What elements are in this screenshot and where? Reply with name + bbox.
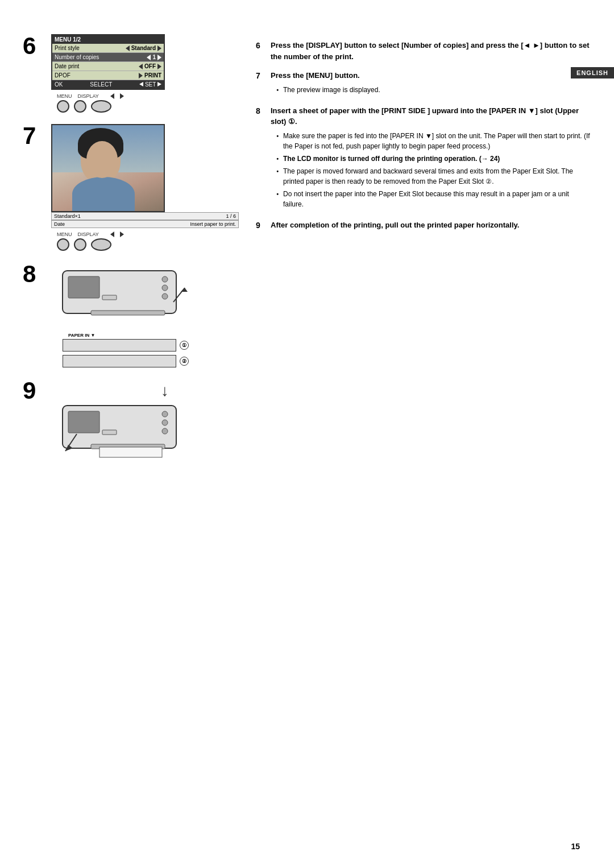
- lcd-label-dpof: DPOF: [55, 72, 70, 78]
- preview-buttons-row: MENU DISPLAY: [57, 232, 239, 237]
- paper-slot-2: [63, 355, 176, 367]
- lcd-title: MENU 1/2: [52, 35, 164, 44]
- slot1-number: ①: [180, 341, 189, 350]
- display-label: DISPLAY: [78, 93, 99, 99]
- right-column: 6 Press the [DISPLAY] button to select […: [256, 34, 591, 485]
- tri-right-icon: [157, 46, 161, 51]
- tri-right-copies-icon: [157, 55, 161, 60]
- step8-bullet4: Do not insert the paper into the Paper E…: [276, 189, 591, 209]
- preview-standard-label: Standard×1: [54, 213, 81, 219]
- step6-inline-number: 6: [256, 40, 266, 62]
- step6-text: Press the [DISPLAY] button to select [Nu…: [271, 41, 589, 61]
- lcd-value-dateprint: OFF: [139, 63, 161, 69]
- step6-content: Press the [DISPLAY] button to select [Nu…: [271, 40, 591, 62]
- lcd-footer-select: SELECT: [90, 81, 112, 88]
- tri-left-copies-icon: [147, 55, 151, 60]
- tri-right-nav-icon: [120, 93, 124, 99]
- preview-frame: [51, 124, 165, 212]
- preview-photo: [52, 125, 164, 211]
- menu-button[interactable]: [57, 100, 69, 113]
- svg-point-12: [162, 420, 168, 425]
- lcd-row-printstyle: Print style Standard: [52, 44, 164, 53]
- step6-number: 6: [23, 34, 51, 58]
- step8-title: Insert a sheet of paper with the [PRINT …: [271, 106, 579, 126]
- preview-info-bar2: Date Insert paper to print.: [51, 220, 239, 228]
- preview-nav-button[interactable]: [91, 238, 111, 251]
- lcd-value-printstyle: Standard: [126, 45, 161, 51]
- preview-display-button[interactable]: [74, 238, 86, 251]
- tri-left-nav-icon: [110, 93, 114, 99]
- down-arrow-icon: ↓: [91, 382, 239, 400]
- lcd-buttons-row: MENU DISPLAY: [57, 93, 239, 99]
- tri-left-set-icon: [139, 82, 143, 86]
- lcd-value-dpof: PRINT: [139, 72, 161, 78]
- step9-number: 9: [23, 379, 51, 403]
- tri-right-set-icon: [157, 82, 161, 86]
- svg-marker-7: [181, 288, 188, 292]
- step8-bullet1: Make sure the paper is fed into the [PAP…: [276, 131, 591, 151]
- step8-bullets: Make sure the paper is fed into the [PAP…: [276, 131, 591, 209]
- step7-title: Press the [MENU] button.: [271, 71, 360, 80]
- step7-number: 7: [23, 124, 51, 148]
- left-column: 6 MENU 1/2 Print style Standard: [23, 34, 239, 485]
- tri-left-preview-icon: [110, 232, 114, 237]
- svg-rect-8: [102, 295, 117, 300]
- step7-instruction: 7 Press the [MENU] button. The preview i…: [256, 70, 591, 97]
- step8-bullet2: The LCD monitor is turned off during the…: [276, 154, 591, 164]
- lcd-footer-ok: OK: [55, 81, 63, 88]
- lcd-label-printstyle: Print style: [55, 45, 80, 51]
- step8-image-area: PAPER IN ▼ ① ②: [51, 262, 239, 367]
- tri-right-dpof-icon: [139, 73, 143, 78]
- step7-image-area: Standard×1 1 / 6 Date Insert paper to pr…: [51, 124, 239, 251]
- photo-body: [72, 177, 135, 211]
- svg-point-3: [162, 285, 168, 291]
- tri-left-icon: [126, 46, 130, 51]
- preview-display-label: DISPLAY: [78, 232, 99, 237]
- step8-block: 8: [23, 262, 239, 367]
- lcd-value-copies: 1: [147, 54, 161, 60]
- step9-content: After completion of the printing, pull o…: [271, 220, 519, 232]
- svg-rect-10: [68, 411, 99, 433]
- printer-top-svg: [51, 262, 199, 330]
- svg-rect-1: [68, 276, 99, 298]
- step8-instruction: 8 Insert a sheet of paper with the [PRIN…: [256, 105, 591, 212]
- preview-physical-buttons: [57, 238, 239, 251]
- step8-number: 8: [23, 262, 51, 286]
- step6-block: 6 MENU 1/2 Print style Standard: [23, 34, 239, 113]
- step6-image-area: MENU 1/2 Print style Standard Number of …: [51, 34, 239, 113]
- lcd-label-copies: Number of copies: [55, 54, 99, 60]
- paper-slot-1: [63, 339, 176, 352]
- step8-bullet3: The paper is moved forward and backward …: [276, 166, 591, 187]
- paper-in-label: PAPER IN ▼: [68, 333, 239, 338]
- menu-label: MENU: [57, 93, 72, 99]
- language-badge: ENGLISH: [571, 67, 614, 78]
- lcd-screen: MENU 1/2 Print style Standard Number of …: [51, 34, 165, 90]
- lcd-row-dpof: DPOF PRINT: [52, 71, 164, 80]
- svg-point-13: [162, 428, 168, 434]
- display-button[interactable]: [74, 100, 86, 113]
- step8-inline-number: 8: [256, 105, 266, 212]
- step9-title: After completion of the printing, pull o…: [271, 221, 519, 229]
- step7-content: Press the [MENU] button. The preview ima…: [271, 70, 380, 97]
- page-number: 15: [571, 842, 580, 851]
- step8-content: Insert a sheet of paper with the [PRINT …: [271, 105, 591, 212]
- printer-bottom-svg: [51, 403, 199, 471]
- nav-button[interactable]: [91, 100, 111, 113]
- lcd-footer-set: SET: [139, 81, 161, 88]
- paper-slot-diagram: PAPER IN ▼ ① ②: [63, 333, 239, 367]
- slot2-number: ②: [180, 357, 189, 366]
- step9-instruction: 9 After completion of the printing, pull…: [256, 220, 591, 232]
- lcd-row-dateprint: Date print OFF: [52, 62, 164, 71]
- lcd-physical-buttons: [57, 100, 239, 113]
- step9-block: 9 ↓: [23, 379, 239, 473]
- tri-left-date-icon: [139, 64, 143, 69]
- step7-block: 7 Standard×1 1 / 6: [23, 124, 239, 251]
- step7-bullet1: The preview image is displayed.: [276, 85, 380, 95]
- preview-menu-button[interactable]: [57, 238, 69, 251]
- step7-bullets: The preview image is displayed.: [276, 85, 380, 95]
- step7-inline-number: 7: [256, 70, 266, 97]
- tri-right-preview-icon: [120, 232, 124, 237]
- step8-bullet2-text: The LCD monitor is turned off during the…: [283, 155, 500, 163]
- step6-instruction: 6 Press the [DISPLAY] button to select […: [256, 40, 591, 62]
- step9-inline-number: 9: [256, 220, 266, 232]
